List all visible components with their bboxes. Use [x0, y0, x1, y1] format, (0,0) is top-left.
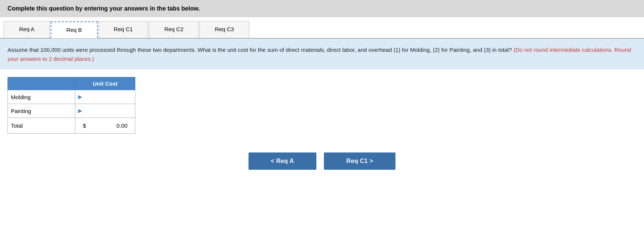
- painting-input[interactable]: [85, 104, 135, 118]
- table-row-total: Total $ 0.00: [8, 118, 135, 134]
- painting-input-cell: ►: [75, 104, 135, 118]
- painting-label: Painting: [8, 104, 75, 118]
- tabs-row: Req A Req B Req C1 Req C2 Req C3: [0, 21, 644, 39]
- question-area: Assume that 100,000 units were processed…: [0, 39, 644, 69]
- banner-text: Complete this question by entering your …: [7, 5, 200, 12]
- molding-input[interactable]: [85, 90, 135, 104]
- table-section: Unit Cost Molding ► Painting: [0, 69, 644, 141]
- tab-req-c1[interactable]: Req C1: [99, 21, 148, 38]
- table-row-painting: Painting ►: [8, 104, 135, 118]
- nav-buttons: < Req A Req C1 >: [0, 141, 644, 177]
- molding-input-cell: ►: [75, 90, 135, 104]
- table-row-molding: Molding ►: [8, 90, 135, 104]
- question-main-text: Assume that 100,000 units were processed…: [7, 47, 512, 53]
- table-col-header-unit-cost: Unit Cost: [75, 77, 135, 90]
- tab-req-c2[interactable]: Req C2: [149, 21, 199, 38]
- molding-label: Molding: [8, 90, 75, 104]
- total-label: Total: [8, 118, 75, 134]
- total-amount: 0.00: [117, 122, 127, 129]
- painting-arrow-icon: ►: [75, 107, 85, 114]
- table-row-header-empty: [8, 77, 75, 90]
- tab-req-c3[interactable]: Req C3: [199, 21, 249, 38]
- top-banner: Complete this question by entering your …: [0, 0, 644, 17]
- next-button[interactable]: Req C1 >: [324, 152, 395, 170]
- molding-arrow-icon: ►: [75, 94, 85, 100]
- tab-req-a[interactable]: Req A: [4, 21, 50, 38]
- total-value-cell: $ 0.00: [75, 118, 135, 134]
- unit-cost-table: Unit Cost Molding ► Painting: [7, 77, 135, 134]
- tab-req-b[interactable]: Req B: [51, 21, 98, 38]
- prev-button[interactable]: < Req A: [249, 152, 317, 170]
- dollar-sign: $: [83, 122, 86, 129]
